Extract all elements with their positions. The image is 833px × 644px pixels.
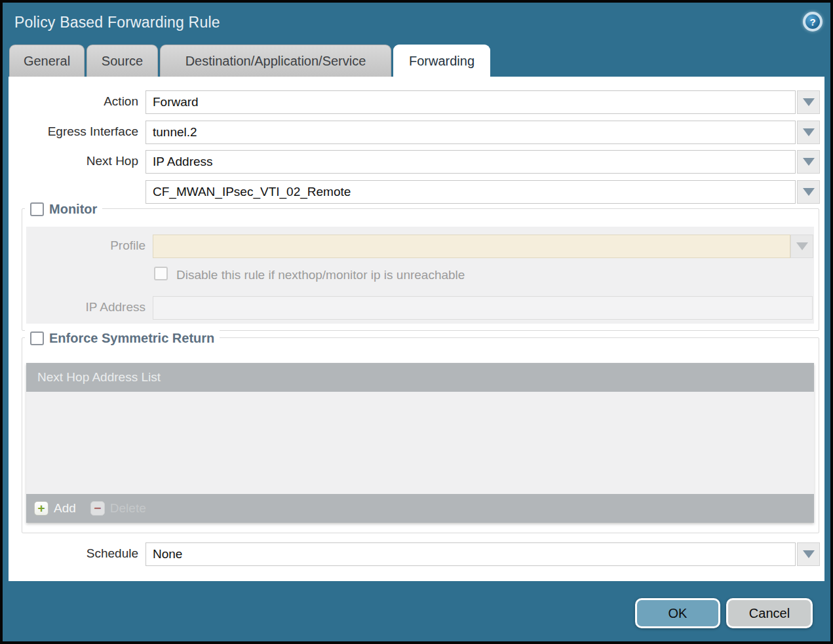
- chevron-down-icon: [803, 188, 815, 196]
- chevron-down-icon: [803, 158, 815, 166]
- tab-destination-application-service[interactable]: Destination/Application/Service: [160, 45, 391, 77]
- table-footer: + Add − Delete: [26, 494, 814, 523]
- profile-label: Profile: [9, 238, 145, 253]
- next-hop-type-input[interactable]: [145, 150, 796, 174]
- tab-bar: General Source Destination/Application/S…: [9, 45, 490, 77]
- table-header: Next Hop Address List: [26, 363, 814, 392]
- help-icon[interactable]: ?: [803, 12, 823, 31]
- chevron-down-icon: [803, 128, 815, 136]
- egress-interface-input[interactable]: [145, 121, 796, 144]
- chevron-down-icon: [803, 98, 815, 106]
- delete-button: − Delete: [90, 501, 146, 516]
- enforce-symmetric-return-label: Enforce Symmetric Return: [49, 331, 214, 346]
- schedule-input[interactable]: [145, 542, 796, 566]
- ok-button[interactable]: OK: [635, 598, 720, 628]
- chevron-down-icon: [796, 242, 808, 250]
- disable-rule-label: Disable this rule if nexthop/monitor ip …: [176, 268, 465, 282]
- action-input[interactable]: [145, 90, 796, 114]
- table-body-empty: [26, 392, 814, 494]
- question-mark-icon: ?: [805, 14, 820, 29]
- tab-source[interactable]: Source: [87, 45, 158, 77]
- disable-rule-checkbox: [154, 267, 168, 280]
- minus-icon: −: [90, 501, 105, 516]
- next-hop-type-dropdown-button[interactable]: [797, 150, 820, 174]
- next-hop-address-input[interactable]: [145, 180, 796, 204]
- monitor-legend: Monitor: [25, 200, 102, 218]
- egress-interface-label: Egress Interface: [9, 124, 138, 139]
- cancel-button[interactable]: Cancel: [726, 598, 813, 628]
- next-hop-address-dropdown-button[interactable]: [797, 180, 820, 204]
- schedule-dropdown-button[interactable]: [797, 542, 820, 566]
- tab-general[interactable]: General: [9, 45, 85, 77]
- monitor-label: Monitor: [49, 202, 97, 217]
- action-label: Action: [9, 94, 138, 109]
- egress-interface-dropdown-button[interactable]: [797, 121, 820, 144]
- monitor-checkbox[interactable]: [30, 202, 44, 216]
- enforce-symmetric-return-checkbox[interactable]: [30, 331, 44, 345]
- schedule-label: Schedule: [9, 546, 138, 561]
- add-button[interactable]: + Add: [34, 501, 76, 516]
- monitor-ip-address-label: IP Address: [9, 300, 145, 314]
- forwarding-tab-panel: Action Egress Interface Next Hop Monitor: [9, 77, 824, 581]
- chevron-down-icon: [803, 550, 815, 558]
- tab-forwarding[interactable]: Forwarding: [393, 45, 490, 77]
- pbf-rule-dialog: Policy Based Forwarding Rule ? General S…: [0, 0, 833, 644]
- profile-input: [153, 235, 790, 258]
- action-dropdown-button[interactable]: [797, 90, 820, 114]
- profile-dropdown-button: [790, 235, 813, 258]
- dialog-title: Policy Based Forwarding Rule: [14, 14, 220, 31]
- monitor-ip-address-input: [153, 296, 813, 320]
- next-hop-address-table: Next Hop Address List + Add − Delete: [26, 363, 814, 523]
- next-hop-label: Next Hop: [9, 154, 138, 168]
- enforce-symmetric-return-legend: Enforce Symmetric Return: [25, 329, 220, 347]
- plus-icon: +: [34, 501, 48, 516]
